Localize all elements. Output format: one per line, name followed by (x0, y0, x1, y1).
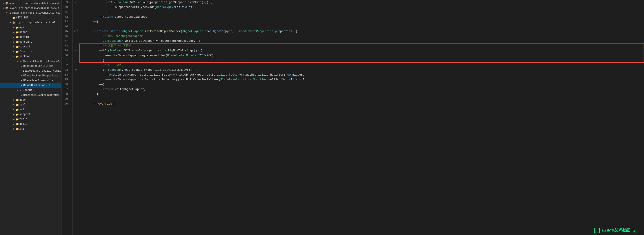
gutter-79[interactable]: ▽ (72, 48, 79, 53)
gutter-73 (72, 19, 79, 24)
code-line-73: ——} (81, 19, 644, 24)
spel-folder-item[interactable]: ▶ 📁 spel (0, 102, 61, 107)
code-line-72: ——return supportedMediaTypes; (81, 14, 644, 19)
gutter-82 (72, 63, 79, 68)
jar-icon: ▣ (8, 12, 12, 14)
tree-item-label: META-INF (16, 16, 61, 19)
jsonutil-item[interactable]: ▶ ● JsonUtil (0, 88, 61, 93)
tree-item-label: MappingApiJackson2HttpMessag (23, 94, 61, 96)
class-icon: ● (19, 84, 23, 87)
bladejacksonprops-item[interactable]: ● BladeJacksonProperties (0, 73, 61, 78)
folder-icon: 📁 (16, 108, 19, 111)
chevron-icon: ▼ (2, 7, 5, 9)
code-line-69: ——if (Boolean.TRUE.equals(properties.get… (81, 0, 644, 5)
api-folder-item[interactable]: ▶ 📁 api (0, 25, 61, 30)
chevron-icon: ▶ (12, 123, 16, 125)
bignumserializer-item[interactable]: ● BigNumberSerializer (0, 64, 61, 68)
chevron-icon: ▼ (12, 55, 16, 58)
tree-item-label: BladeBeanSerializerModifier (23, 69, 61, 72)
code-editor: 69 70 71 72 73 74 75 76 77 78 79 80 81 8… (62, 0, 644, 235)
line-num-71: 71 (62, 10, 70, 14)
chevron-icon: ▶ (12, 45, 16, 48)
chevron-icon: ▶ (12, 108, 16, 111)
node-folder-item[interactable]: ▶ 📁 node (0, 97, 61, 102)
abstract-class-icon: A (19, 60, 23, 63)
convert-folder-item[interactable]: ▶ 📁 convert (0, 44, 61, 49)
line-num-81: 81 (62, 58, 70, 63)
utils-folder-item[interactable]: ▶ 📁 utils (0, 122, 61, 127)
jar-item[interactable]: ▼ ▣ blade-core-tool-4.1.0.RELEASE.jar li… (0, 10, 61, 15)
code-content: ——if (Boolean.TRUE.equals(properties.get… (79, 0, 644, 235)
line-num-69: 69 (62, 0, 70, 5)
line-num-85: 85 (62, 77, 70, 82)
class-icon: ● (19, 75, 23, 77)
code-line-77: —— ObjectMapper writeObjectMapper = read… (81, 39, 644, 43)
jackson-folder-item[interactable]: ▼ 📁 jackson (0, 54, 61, 59)
gutter-86 (72, 82, 79, 87)
gutter-84 (72, 72, 79, 77)
folder-icon: 📁 (16, 50, 19, 53)
tree-item-label: AbstractReadWriteJackson2HttpM (23, 60, 61, 63)
line-num-84: 84 (62, 72, 70, 77)
gutter-83[interactable]: ▽ (72, 68, 79, 72)
function-folder-item[interactable]: ▶ 📁 function (0, 49, 61, 54)
class-icon: ● (19, 89, 23, 92)
code-line-82: —— // null 处理 (81, 63, 644, 68)
code-line-85: ——writeObjectMapper.getSerializerProvide… (81, 77, 644, 82)
tree-item-label: org.springblade.core.tool (16, 21, 61, 24)
gutter-69[interactable]: ▽ (72, 0, 79, 5)
tree-item-label: config (19, 35, 61, 39)
abstract-class-item[interactable]: ▶ A AbstractReadWriteJackson2HttpM (0, 59, 61, 64)
bladebeanserializer-item[interactable]: ▶ ● BladeBeanSerializerModifier (0, 68, 61, 73)
tree-item-label: utils (19, 123, 61, 126)
folder-icon: 📁 (12, 16, 16, 19)
brand-bracket-left: 「 (594, 228, 600, 233)
line-num-80: 80 (62, 53, 70, 58)
xml-folder-item[interactable]: ▶ 📁 xml (0, 127, 61, 131)
folder-icon: 📁 (16, 128, 19, 130)
chevron-icon: ▶ (16, 70, 19, 72)
code-line-79: ——if (Boolean.TRUE.equals(properties.get… (81, 48, 644, 53)
class-icon: ● (19, 94, 23, 96)
meta-inf-item[interactable]: ▶ 📁 META-INF (0, 15, 61, 20)
code-line-81: ——} (81, 58, 644, 63)
folder-icon: 📁 (16, 45, 19, 48)
tree-item-label: blade-core-tool-4.1.0.RELEASE.jar libra (12, 12, 61, 14)
tree-item-label: BladeJavaTimeModule (23, 79, 61, 82)
chevron-icon: ▶ (12, 113, 16, 116)
gutter-85 (72, 77, 79, 82)
package-icon: 📦 (12, 21, 16, 24)
beans-folder-item[interactable]: ▶ 📁 beans (0, 30, 61, 35)
code-line-89 (81, 97, 644, 101)
chevron-icon: ▶ (12, 118, 16, 121)
line-num-89: 89 (62, 97, 70, 101)
folder-icon: 📁 (16, 113, 19, 116)
gutter-89 (72, 97, 79, 101)
config-folder-item[interactable]: ▶ 📁 config (0, 35, 61, 39)
gutter-78 (72, 43, 79, 48)
gutter-90 (72, 101, 79, 106)
ssl-folder-item[interactable]: ▶ 📁 ssl (0, 107, 61, 112)
support-folder-item[interactable]: ▶ 📁 support (0, 112, 61, 117)
gutter-72 (72, 14, 79, 19)
constant-folder-item[interactable]: ▶ 📁 constant (0, 39, 61, 44)
tuple-folder-item[interactable]: ▶ 📁 tuple (0, 117, 61, 122)
line-num-70: 70 (62, 5, 70, 10)
maven-tool-item[interactable]: ▼ 📦 Maven: org.springblade:blade-core-to… (0, 6, 61, 10)
bladenumbermodule-item[interactable]: ● BladeNumberModule (0, 83, 61, 88)
gutter-76 (72, 34, 79, 39)
class-icon: ● (19, 79, 23, 82)
chevron-icon: ▶ (16, 89, 19, 92)
maven-test-item[interactable]: ▼ 📦 Maven: org.springblade:blade-core-te… (0, 1, 61, 6)
maven-icon: 📦 (5, 7, 9, 10)
chevron-icon: ▼ (9, 21, 12, 24)
mappingapi-item[interactable]: ● MappingApiJackson2HttpMessag (0, 93, 61, 97)
package-item[interactable]: ▼ 📦 org.springblade.core.tool (0, 20, 61, 25)
chevron-icon: ▶ (16, 60, 19, 63)
bladejavatimemodule-item[interactable]: ● BladeJavaTimeModule (0, 78, 61, 83)
tree-item-label: xml (19, 127, 61, 130)
gutter-87 (72, 87, 79, 92)
code-line-78: —— // 大数字 转 字符串 (81, 43, 644, 48)
tree-item-label: Maven: org.springblade:blade-core-tool:4… (9, 7, 61, 9)
folder-icon: 📁 (16, 99, 19, 101)
